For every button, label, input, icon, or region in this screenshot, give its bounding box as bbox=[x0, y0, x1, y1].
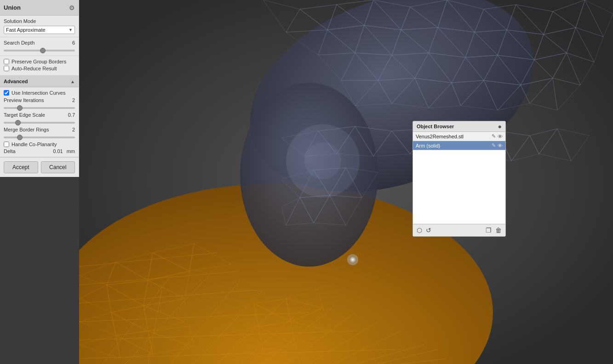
ob-venus-material-icon[interactable]: ✎ bbox=[492, 133, 496, 139]
ob-duplicate-icon[interactable]: ❐ bbox=[486, 227, 492, 234]
bottom-buttons: Accept Cancel bbox=[0, 157, 79, 177]
ob-item-arm-name: Arm (solid) bbox=[416, 143, 492, 148]
delta-label: Delta bbox=[4, 148, 16, 154]
ob-footer: ⬡ ↺ ❐ 🗑 bbox=[413, 224, 505, 236]
merge-border-rings-row: Merge Border Rings 2 bbox=[4, 127, 75, 132]
handle-coplanarity-checkbox[interactable] bbox=[4, 142, 9, 147]
delta-value: 0.01 bbox=[53, 148, 63, 154]
preserve-group-borders-label: Preserve Group Borders bbox=[11, 59, 66, 64]
ob-content-area bbox=[413, 150, 505, 224]
delta-unit: mm bbox=[67, 148, 75, 154]
advanced-header[interactable]: Advanced ▲ bbox=[0, 76, 79, 87]
iterations-row: Preview Iterations 2 bbox=[4, 97, 75, 103]
settings-icon[interactable]: ⚙ bbox=[69, 4, 75, 11]
viewport bbox=[79, 0, 613, 364]
options-section: Preserve Group Borders Auto-Reduce Resul… bbox=[0, 56, 79, 76]
ob-header: Object Browser ● bbox=[413, 121, 505, 132]
ob-3d-icon[interactable]: ⬡ bbox=[417, 227, 422, 234]
object-browser: Object Browser ● Venus2Remeshed.stl ✎ 👁 … bbox=[412, 121, 506, 237]
search-depth-label: Search Depth bbox=[4, 40, 34, 46]
advanced-title: Advanced bbox=[4, 79, 28, 84]
advanced-toggle-icon: ▲ bbox=[70, 79, 75, 84]
ob-footer-left-icons: ⬡ ↺ bbox=[417, 227, 431, 234]
solution-mode-section: Solution Mode Fast Approximate Exact App… bbox=[0, 16, 79, 37]
search-depth-slider[interactable] bbox=[4, 50, 75, 51]
ob-footer-right-icons: ❐ 🗑 bbox=[486, 227, 502, 234]
ob-arm-visibility-icon[interactable]: 👁 bbox=[498, 143, 503, 148]
merge-border-rings-slider[interactable] bbox=[4, 136, 75, 138]
ob-delete-icon[interactable]: 🗑 bbox=[495, 227, 502, 234]
ob-arm-material-icon[interactable]: ✎ bbox=[492, 142, 496, 148]
panel-header: Union ⚙ bbox=[0, 0, 79, 16]
handle-coplanarity-label: Handle Co-Planarity bbox=[11, 142, 57, 147]
dropdown-arrow-icon: ▼ bbox=[69, 28, 73, 32]
iterations-value: 2 bbox=[72, 97, 75, 103]
target-edge-scale-row: Target Edge Scale 0.7 bbox=[4, 112, 75, 118]
intersection-curves-checkbox[interactable] bbox=[4, 90, 9, 96]
svg-point-184 bbox=[304, 142, 341, 179]
handle-coplanarity-row: Handle Co-Planarity bbox=[4, 142, 75, 147]
svg-point-187 bbox=[351, 258, 354, 261]
ob-item-venus-name: Venus2Remeshed.stl bbox=[416, 134, 492, 139]
ob-item-venus[interactable]: Venus2Remeshed.stl ✎ 👁 bbox=[413, 132, 505, 141]
solution-mode-select[interactable]: Fast Approximate Exact Approximate bbox=[6, 27, 69, 33]
solution-mode-label: Solution Mode bbox=[4, 18, 75, 24]
preserve-group-borders-row: Preserve Group Borders bbox=[4, 59, 75, 64]
merge-border-rings-label: Merge Border Rings bbox=[4, 127, 49, 132]
delta-row: Delta 0.01 mm bbox=[4, 148, 75, 154]
advanced-content: Use Intersection Curves Preview Iteratio… bbox=[0, 87, 79, 157]
ob-item-arm[interactable]: Arm (solid) ✎ 👁 bbox=[413, 141, 505, 150]
intersection-curves-label: Use Intersection Curves bbox=[11, 90, 65, 96]
ob-title: Object Browser bbox=[417, 124, 454, 129]
auto-reduce-result-row: Auto-Reduce Result bbox=[4, 66, 75, 71]
accept-button[interactable]: Accept bbox=[4, 161, 38, 173]
left-panel: Union ⚙ Solution Mode Fast Approximate E… bbox=[0, 0, 79, 177]
iterations-label: Preview Iterations bbox=[4, 97, 44, 103]
merge-border-rings-value: 2 bbox=[72, 127, 75, 132]
ob-item-arm-icons: ✎ 👁 bbox=[492, 142, 503, 148]
search-depth-row: Search Depth 6 bbox=[4, 40, 75, 46]
panel-title: Union bbox=[4, 4, 21, 11]
target-edge-scale-value: 0.7 bbox=[68, 112, 75, 118]
solution-mode-dropdown[interactable]: Fast Approximate Exact Approximate ▼ bbox=[4, 26, 75, 34]
cancel-button[interactable]: Cancel bbox=[41, 161, 75, 173]
target-edge-scale-slider[interactable] bbox=[4, 122, 75, 124]
auto-reduce-result-checkbox[interactable] bbox=[4, 66, 9, 71]
ob-refresh-icon[interactable]: ↺ bbox=[426, 227, 431, 234]
target-edge-scale-label: Target Edge Scale bbox=[4, 112, 45, 118]
search-depth-value: 6 bbox=[72, 40, 75, 46]
ob-item-venus-icons: ✎ 👁 bbox=[492, 133, 503, 139]
iterations-slider[interactable] bbox=[4, 107, 75, 109]
preserve-group-borders-checkbox[interactable] bbox=[4, 59, 9, 64]
ob-close-icon[interactable]: ● bbox=[498, 123, 502, 130]
ob-venus-visibility-icon[interactable]: 👁 bbox=[498, 134, 503, 139]
search-depth-section: Search Depth 6 bbox=[0, 37, 79, 56]
auto-reduce-result-label: Auto-Reduce Result bbox=[11, 66, 57, 71]
intersection-curves-row: Use Intersection Curves bbox=[4, 90, 75, 96]
